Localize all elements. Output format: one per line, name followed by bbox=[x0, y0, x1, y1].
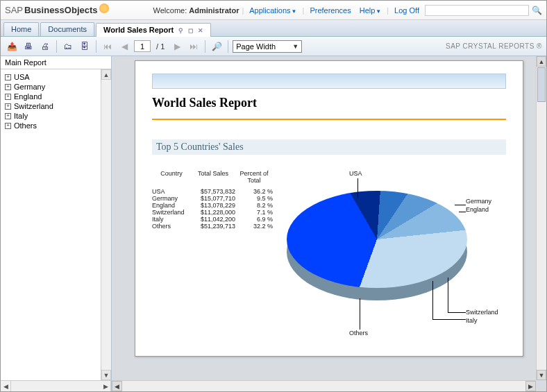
sidebar-hscroll[interactable]: ◀ ▶ bbox=[1, 380, 111, 391]
tab-documents[interactable]: Documents bbox=[40, 22, 94, 36]
last-page-icon[interactable]: ⏭ bbox=[187, 40, 201, 53]
dropdown-icon: ▼ bbox=[292, 43, 298, 50]
scroll-down-icon[interactable]: ▼ bbox=[101, 370, 111, 380]
table-row: England$13,078,2298.2 % bbox=[152, 202, 273, 209]
page-number-input[interactable] bbox=[134, 40, 151, 52]
table-row: Italy$11,042,2006.9 % bbox=[152, 216, 273, 223]
print-icon[interactable]: 🖶 bbox=[22, 40, 35, 53]
pie-chart: USA Germany England Switzerland Italy Ot… bbox=[280, 170, 488, 343]
tree-toggle-icon[interactable]: 🗂 bbox=[61, 40, 75, 53]
section-title: Top 5 Countries' Sales bbox=[152, 139, 506, 155]
scroll-up-icon[interactable]: ▲ bbox=[537, 56, 546, 67]
dropdown-icon: ▼ bbox=[376, 8, 381, 15]
sidebar-header[interactable]: Main Report bbox=[1, 56, 111, 69]
report-title: World Sales Report bbox=[152, 96, 506, 110]
search-input[interactable] bbox=[425, 5, 529, 16]
params-icon[interactable]: 🗄 bbox=[78, 40, 92, 53]
table-row: Germany$15,077,7109.5 % bbox=[152, 195, 273, 202]
scroll-thumb[interactable] bbox=[537, 67, 546, 102]
pie-face bbox=[287, 191, 467, 288]
dropdown-icon: ▼ bbox=[292, 8, 297, 15]
scroll-down-icon[interactable]: ▼ bbox=[537, 370, 546, 380]
sidebar-scrollbar[interactable]: ▲ ▼ bbox=[101, 69, 111, 380]
welcome-label: Welcome: Administrator bbox=[153, 6, 239, 15]
expand-icon[interactable]: + bbox=[5, 123, 11, 129]
tab-bar: Home Documents World Sales Report ⚲ ◻ ✕ bbox=[1, 20, 546, 37]
report-viewport[interactable]: World Sales Report Top 5 Countries' Sale… bbox=[112, 56, 546, 391]
tab-report[interactable]: World Sales Report ⚲ ◻ ✕ bbox=[96, 23, 211, 37]
data-table: Country Total Sales Percent of Total USA… bbox=[152, 170, 273, 343]
scroll-right-icon[interactable]: ▶ bbox=[101, 381, 111, 391]
zoom-value: Page Width bbox=[236, 42, 276, 51]
tree-item-usa[interactable]: +USA bbox=[3, 72, 108, 82]
col-sales: Total Sales bbox=[191, 170, 235, 184]
report-vscrollbar[interactable]: ▲ ▼ bbox=[536, 56, 546, 380]
tree-item-italy[interactable]: +Italy bbox=[3, 111, 108, 121]
app-header: SAP Business Objects Welcome: Administra… bbox=[1, 1, 546, 20]
report-hscrollbar[interactable]: ◀ ▶ bbox=[112, 380, 536, 391]
next-page-icon[interactable]: ▶ bbox=[170, 40, 184, 53]
prev-page-icon[interactable]: ◀ bbox=[117, 40, 131, 53]
expand-icon[interactable]: + bbox=[5, 103, 11, 110]
tab-home[interactable]: Home bbox=[3, 22, 39, 36]
pie-label-switzerland: Switzerland bbox=[466, 309, 498, 316]
logoff-link[interactable]: Log Off bbox=[392, 6, 422, 15]
applications-link[interactable]: Applications▼ bbox=[246, 6, 299, 15]
pie-label-italy: Italy bbox=[466, 317, 478, 324]
tab-window-icon[interactable]: ◻ bbox=[188, 27, 193, 34]
report-banner bbox=[152, 74, 506, 89]
first-page-icon[interactable]: ⏮ bbox=[101, 40, 115, 53]
col-country: Country bbox=[152, 170, 191, 184]
expand-icon[interactable]: + bbox=[5, 74, 11, 80]
expand-icon[interactable]: + bbox=[5, 113, 11, 119]
divider bbox=[152, 119, 506, 120]
tree-item-switzerland[interactable]: +Switzerland bbox=[3, 101, 108, 111]
tab-close-icon[interactable]: ✕ bbox=[198, 27, 203, 34]
scroll-right-icon[interactable]: ▶ bbox=[525, 381, 536, 391]
expand-icon[interactable]: + bbox=[5, 84, 11, 90]
table-row: USA$57,573,83236.2 % bbox=[152, 188, 273, 195]
group-tree: +USA +Germany +England +Switzerland +Ita… bbox=[1, 69, 111, 380]
col-pct: Percent of Total bbox=[235, 170, 273, 184]
report-toolbar: 📤 🖶 🖨 🗂 🗄 ⏮ ◀ / 1 ▶ ⏭ 🔎 Page Width ▼ SAP… bbox=[1, 37, 546, 56]
preferences-link[interactable]: Preferences bbox=[307, 6, 353, 15]
zoom-select[interactable]: Page Width ▼ bbox=[233, 40, 302, 53]
logo-prefix: SAP bbox=[5, 5, 23, 15]
find-icon[interactable]: 🔎 bbox=[210, 40, 224, 53]
report-page: World Sales Report Top 5 Countries' Sale… bbox=[135, 60, 523, 357]
scroll-up-icon[interactable]: ▲ bbox=[101, 69, 111, 80]
pie-label-usa: USA bbox=[349, 170, 362, 177]
pie-label-england: England bbox=[466, 206, 489, 213]
brand-label: SAP CRYSTAL REPORTS ® bbox=[446, 42, 542, 50]
tree-item-germany[interactable]: +Germany bbox=[3, 82, 108, 92]
logo-suffix: Objects bbox=[65, 5, 98, 15]
logo-icon bbox=[99, 3, 109, 13]
sidebar: Main Report +USA +Germany +England +Swit… bbox=[1, 56, 112, 391]
scroll-left-icon[interactable]: ◀ bbox=[112, 381, 122, 391]
logo-main: Business bbox=[24, 5, 65, 15]
tab-pin-icon[interactable]: ⚲ bbox=[178, 27, 183, 34]
tree-item-others[interactable]: +Others bbox=[3, 121, 108, 130]
table-row: Others$51,239,71332.2 % bbox=[152, 223, 273, 230]
table-row: Switzerland$11,228,0007.1 % bbox=[152, 209, 273, 216]
pie-label-germany: Germany bbox=[466, 198, 491, 205]
export-icon[interactable]: 📤 bbox=[5, 40, 19, 53]
tree-item-england[interactable]: +England bbox=[3, 92, 108, 101]
pie-label-others: Others bbox=[349, 330, 368, 336]
print2-icon[interactable]: 🖨 bbox=[38, 40, 52, 53]
expand-icon[interactable]: + bbox=[5, 94, 11, 100]
page-total: / 1 bbox=[153, 42, 167, 51]
scroll-left-icon[interactable]: ◀ bbox=[1, 381, 11, 391]
help-link[interactable]: Help▼ bbox=[357, 6, 385, 15]
logo: SAP Business Objects bbox=[5, 5, 109, 15]
search-icon[interactable]: 🔍 bbox=[532, 6, 542, 15]
tab-report-label: World Sales Report bbox=[103, 26, 174, 34]
